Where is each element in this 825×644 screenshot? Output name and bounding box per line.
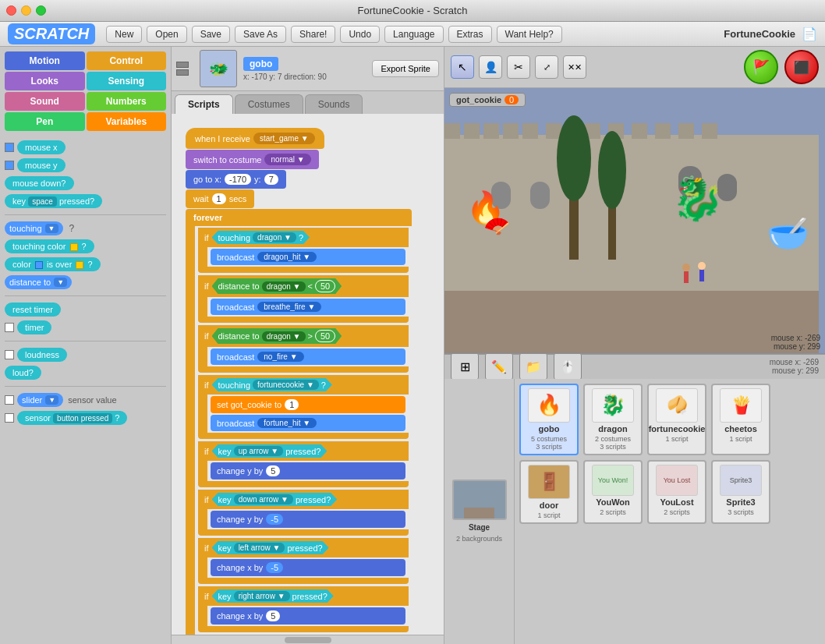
- language-button[interactable]: Language: [384, 26, 443, 43]
- block-mouse-x[interactable]: mouse x: [17, 140, 66, 154]
- scripts-scrollbar[interactable]: [172, 635, 444, 644]
- if-label-7[interactable]: if key left arrow ▼ pressed?: [198, 538, 409, 557]
- open-button[interactable]: Open: [147, 26, 186, 43]
- category-sound[interactable]: Sound: [5, 92, 85, 111]
- broadcast-no-fire[interactable]: broadcast no_fire ▼: [211, 349, 405, 365]
- category-looks[interactable]: Looks: [5, 72, 85, 90]
- block-sensor-button[interactable]: sensor button pressed ?: [17, 411, 127, 425]
- collapse-arrow[interactable]: [176, 62, 189, 68]
- block-loudness[interactable]: loudness: [17, 348, 67, 362]
- sensor-checkbox[interactable]: [5, 413, 14, 423]
- switch-costume-block[interactable]: switch to costume normal ▼: [186, 150, 319, 169]
- sprite-card-sprite3[interactable]: Sprite3 Sprite3 3 scripts: [711, 460, 770, 524]
- distance-condition-2[interactable]: distance to dragon ▼ > 50: [212, 328, 342, 344]
- key-right-condition[interactable]: key right arrow ▼ pressed?: [212, 589, 334, 603]
- expand-tool[interactable]: ⤢: [535, 55, 558, 79]
- if-label-5[interactable]: if key up arrow ▼ pressed?: [198, 441, 409, 461]
- change-x-right[interactable]: change x by 5: [211, 607, 405, 625]
- mouse-y-checkbox[interactable]: [5, 161, 14, 170]
- change-y-down[interactable]: change y by -5: [211, 511, 405, 528]
- goto-block[interactable]: go to x: -170 y: 7: [186, 170, 286, 189]
- scripts-area[interactable]: when I receive start_game ▼ switch to co…: [172, 114, 444, 635]
- block-touching[interactable]: touching ▼: [5, 221, 63, 235]
- scrollbar-thumb[interactable]: [285, 637, 331, 643]
- wait-val[interactable]: 1: [212, 193, 226, 204]
- key-left-condition[interactable]: key left arrow ▼ pressed?: [212, 541, 329, 554]
- stop-button[interactable]: ⬛: [784, 50, 819, 84]
- block-loud[interactable]: loud?: [5, 366, 41, 380]
- tab-scripts[interactable]: Scripts: [175, 94, 233, 114]
- close-btn[interactable]: [6, 5, 16, 16]
- expand-arrow[interactable]: [176, 69, 189, 76]
- fullscreen-tool[interactable]: ✕✕: [563, 55, 586, 79]
- undo-button[interactable]: Undo: [340, 26, 380, 43]
- distance-condition-1[interactable]: distance to dragon ▼ < 50: [212, 278, 342, 294]
- stage[interactable]: got_cookie 0 🔥 🪭 🐉 🥣 mouse x: -269 mouse…: [444, 88, 825, 354]
- if-label-8[interactable]: if key right arrow ▼ pressed?: [198, 586, 409, 606]
- block-timer[interactable]: timer: [17, 320, 51, 334]
- change-y-up[interactable]: change y by 5: [211, 462, 405, 479]
- help-button[interactable]: Want Help?: [497, 26, 562, 43]
- if-label-2[interactable]: if distance to dragon ▼ < 50: [198, 275, 409, 297]
- new-button[interactable]: New: [106, 26, 142, 43]
- sprite-card-fortunecookie[interactable]: 🥠 fortunecookie 1 script: [647, 384, 706, 455]
- if-label-6[interactable]: if key down arrow ▼ pressed?: [198, 490, 409, 509]
- tab-costumes[interactable]: Costumes: [235, 94, 303, 114]
- grid-view-button[interactable]: ⊞: [451, 352, 479, 380]
- category-numbers[interactable]: Numbers: [87, 92, 167, 111]
- category-sensing[interactable]: Sensing: [87, 72, 167, 90]
- broadcast-breathe-fire[interactable]: broadcast breathe_fire ▼: [211, 299, 405, 315]
- block-mouse-y[interactable]: mouse y: [17, 158, 66, 172]
- block-key-pressed[interactable]: key space pressed?: [5, 194, 102, 208]
- share-button[interactable]: Share!: [291, 26, 335, 43]
- if-label-4[interactable]: if touching fortunecookie ▼ ?: [198, 375, 409, 395]
- green-flag-button[interactable]: 🚩: [744, 50, 778, 84]
- category-control[interactable]: Control: [87, 51, 167, 70]
- extras-button[interactable]: Extras: [448, 26, 492, 43]
- category-motion[interactable]: Motion: [5, 51, 85, 70]
- wait-block[interactable]: wait 1 secs: [186, 189, 254, 208]
- if-label-1[interactable]: if touching dragon ▼ ?: [198, 228, 409, 247]
- save-button[interactable]: Save: [192, 26, 230, 43]
- block-slider-sensor[interactable]: slider ▼: [17, 393, 63, 407]
- cursor-tool[interactable]: ↖: [451, 55, 474, 79]
- export-sprite-button[interactable]: Export Sprite: [372, 60, 439, 77]
- block-color-over[interactable]: color is over ?: [5, 257, 101, 271]
- sprite-card-door[interactable]: 🚪 door 1 script: [519, 460, 579, 524]
- mouse-x-checkbox[interactable]: [5, 143, 14, 152]
- block-mouse-down[interactable]: mouse down?: [5, 176, 74, 190]
- goto-x-input[interactable]: -170: [225, 174, 251, 185]
- maximize-btn[interactable]: [36, 5, 46, 16]
- slider-checkbox[interactable]: [5, 395, 14, 405]
- key-up-condition[interactable]: key up arrow ▼ pressed?: [212, 444, 328, 458]
- person-tool[interactable]: 👤: [479, 55, 502, 79]
- costume-dropdown[interactable]: normal ▼: [264, 154, 310, 165]
- sprite-card-youlost[interactable]: You Lost YouLost 2 scripts: [647, 460, 706, 524]
- set-got-cookie[interactable]: set got_cookie to 1: [211, 396, 405, 413]
- scissors-tool[interactable]: ✂: [507, 55, 530, 79]
- broadcast-dragon-hit[interactable]: broadcast dragon_hit ▼: [211, 249, 405, 265]
- folder-button[interactable]: 📁: [519, 352, 547, 380]
- goto-y-input[interactable]: 7: [264, 174, 278, 185]
- stamp-button[interactable]: 🖱️: [554, 352, 582, 380]
- hat-message-dropdown[interactable]: start_game ▼: [253, 133, 315, 144]
- broadcast-fortune-hit[interactable]: broadcast fortune_hit ▼: [211, 415, 405, 431]
- minimize-btn[interactable]: [21, 5, 31, 16]
- block-reset-timer[interactable]: reset timer: [5, 303, 61, 317]
- if-label-3[interactable]: if distance to dragon ▼ > 50: [198, 325, 409, 347]
- touching-condition[interactable]: touching dragon ▼ ?: [212, 231, 310, 244]
- hat-block[interactable]: when I receive start_game ▼: [186, 128, 324, 149]
- tab-sounds[interactable]: Sounds: [305, 94, 363, 114]
- timer-checkbox[interactable]: [5, 323, 14, 332]
- block-distance-to[interactable]: distance to ▼: [5, 275, 72, 289]
- sprite-card-youwon[interactable]: You Won! YouWon 2 scripts: [583, 460, 643, 524]
- block-touching-color[interactable]: touching color ?: [5, 239, 94, 253]
- change-x-left[interactable]: change x by -5: [211, 559, 405, 576]
- forever-label[interactable]: forever: [186, 209, 412, 226]
- sprite-card-cheetos[interactable]: 🍟 cheetos 1 script: [711, 384, 770, 455]
- sprite-card-gobo[interactable]: 🔥 gobo 5 costumes3 scripts: [519, 384, 579, 455]
- touching-fc-condition[interactable]: touching fortunecookie ▼ ?: [212, 378, 332, 391]
- loudness-checkbox[interactable]: [5, 350, 14, 359]
- save-as-button[interactable]: Save As: [235, 26, 286, 43]
- sprite-card-dragon[interactable]: 🐉 dragon 2 costumes3 scripts: [583, 384, 643, 455]
